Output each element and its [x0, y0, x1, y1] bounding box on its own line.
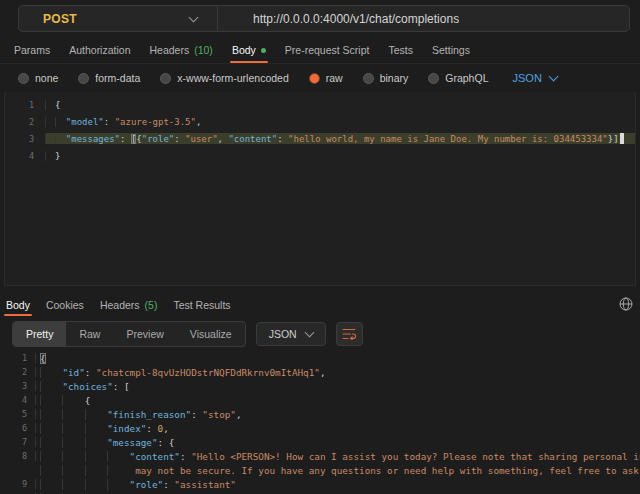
request-tab-body[interactable]: Body	[232, 37, 266, 63]
tab-label: Body	[6, 299, 30, 311]
view-raw[interactable]: Raw	[66, 322, 113, 346]
method-label: POST	[43, 12, 77, 26]
radio-label: x-www-form-urlencoded	[177, 72, 288, 84]
radio-label: GraphQL	[445, 72, 488, 84]
body-type-binary[interactable]: binary	[363, 72, 409, 84]
body-present-dot	[261, 48, 266, 53]
tab-label: Headers	[149, 44, 189, 56]
body-type-form-data[interactable]: form-data	[78, 72, 140, 84]
view-preview[interactable]: Preview	[113, 322, 176, 346]
code-text: "choices": [	[36, 381, 640, 392]
code-line[interactable]: 4 {	[0, 393, 640, 407]
code-text: "message": {	[36, 437, 640, 448]
code-line[interactable]: 9 "role": "assistant"	[0, 477, 640, 491]
radio-icon	[18, 73, 29, 84]
response-view-controls: PrettyRawPreviewVisualize JSON	[12, 321, 363, 347]
request-tab-settings[interactable]: Settings	[432, 37, 470, 63]
line-number: 6	[0, 423, 36, 433]
code-line[interactable]: may not be secure. If you have any quest…	[0, 463, 640, 477]
line-number: 1	[5, 100, 46, 110]
line-number: 2	[5, 117, 46, 127]
line-number: 1	[0, 353, 36, 363]
tab-label: Test Results	[173, 299, 230, 311]
radio-label: form-data	[95, 72, 140, 84]
wrap-text-icon	[342, 328, 356, 340]
line-number: 3	[0, 381, 36, 391]
response-tab-test-results[interactable]: Test Results	[173, 293, 230, 316]
method-selector[interactable]: POST	[19, 6, 217, 31]
body-type-graphql[interactable]: GraphQL	[428, 72, 488, 84]
body-type-raw[interactable]: raw	[309, 72, 343, 84]
code-text: }	[46, 151, 635, 161]
tab-label: Pre-request Script	[285, 44, 370, 56]
view-toggle-group: PrettyRawPreviewVisualize	[12, 321, 246, 347]
tab-label: Params	[14, 44, 50, 56]
code-text: "finish_reason": "stop",	[36, 409, 640, 420]
radio-label: binary	[380, 72, 409, 84]
tab-label: Cookies	[46, 299, 84, 311]
code-line[interactable]: 2 "id": "chatcmpl-8qvUzHODstrNQFDdRkrnv0…	[0, 365, 640, 379]
code-text: {	[46, 100, 635, 110]
response-tab-cookies[interactable]: Cookies	[46, 293, 84, 316]
request-tab-authorization[interactable]: Authorization	[69, 37, 130, 63]
request-tab-tests[interactable]: Tests	[388, 37, 413, 63]
radio-label: none	[35, 72, 58, 84]
radio-icon	[428, 73, 439, 84]
line-number: 4	[0, 395, 36, 405]
wrap-text-button[interactable]	[336, 322, 363, 346]
tab-label: Authorization	[69, 44, 130, 56]
line-number: 3	[5, 134, 46, 144]
line-number: 2	[0, 367, 36, 377]
radio-label: raw	[326, 72, 343, 84]
tab-label: Body	[232, 44, 256, 56]
code-line[interactable]: 8 "content": "Hello <PERSON>! How can I …	[0, 449, 640, 463]
view-visualize[interactable]: Visualize	[177, 322, 245, 346]
view-pretty[interactable]: Pretty	[13, 322, 66, 346]
response-body-editor[interactable]: 1{2 "id": "chatcmpl-8qvUzHODstrNQFDdRkrn…	[0, 349, 640, 494]
chevron-down-icon	[304, 328, 314, 338]
radio-icon	[309, 73, 320, 84]
request-tab-params[interactable]: Params	[14, 37, 50, 63]
body-type-x-www-form-urlencoded[interactable]: x-www-form-urlencoded	[160, 72, 288, 84]
request-tab-headers[interactable]: Headers(10)	[149, 37, 212, 63]
code-text: may not be secure. If you have any quest…	[36, 465, 640, 476]
code-line[interactable]: 6 "index": 0,	[0, 421, 640, 435]
line-number: 8	[0, 451, 36, 461]
response-format-select[interactable]: JSON	[256, 322, 326, 346]
response-tabs: BodyCookiesHeaders(5)Test Results	[0, 293, 610, 316]
code-text: "id": "chatcmpl-8qvUzHODstrNQFDdRkrnv0mI…	[36, 367, 640, 378]
chevron-down-icon	[548, 72, 558, 82]
request-url-bar: POST http://0.0.0.0:4000/v1/chat/complet…	[18, 5, 630, 32]
tab-label: Tests	[388, 44, 413, 56]
line-number: 9	[0, 479, 36, 489]
body-type-row: noneform-datax-www-form-urlencodedrawbin…	[18, 66, 640, 90]
request-body-editor[interactable]: 1{2 "model": "azure-gpt-3.5",3 "messages…	[4, 92, 636, 286]
radio-icon	[78, 73, 89, 84]
body-type-none[interactable]: none	[18, 72, 58, 84]
url-input[interactable]: http://0.0.0.0:4000/v1/chat/completions	[218, 12, 459, 26]
request-tab-pre-request-script[interactable]: Pre-request Script	[285, 37, 370, 63]
response-tab-body[interactable]: Body	[6, 293, 30, 316]
line-number: 5	[0, 409, 36, 419]
body-type-radios: noneform-datax-www-form-urlencodedrawbin…	[18, 72, 488, 84]
code-line[interactable]: 3 "choices": [	[0, 379, 640, 393]
code-line[interactable]: 2 "model": "azure-gpt-3.5",	[5, 113, 635, 130]
line-number: 7	[0, 437, 36, 447]
code-line[interactable]: 1{	[5, 96, 635, 113]
code-line[interactable]: 7 "message": {	[0, 435, 640, 449]
chevron-down-icon	[189, 12, 199, 22]
code-line[interactable]: 4}	[5, 147, 635, 164]
code-line[interactable]: 5 "finish_reason": "stop",	[0, 407, 640, 421]
code-text: "index": 0,	[36, 423, 640, 434]
code-line[interactable]: 3 "messages": [{"role": "user", "content…	[5, 130, 635, 147]
response-tab-headers[interactable]: Headers(5)	[100, 293, 158, 316]
line-number: 4	[5, 151, 46, 161]
globe-icon[interactable]	[619, 297, 633, 311]
request-tabs: ParamsAuthorizationHeaders(10)BodyPre-re…	[0, 37, 640, 64]
raw-format-select[interactable]: JSON	[512, 72, 556, 84]
code-text: "role": "assistant"	[36, 479, 640, 490]
raw-format-label: JSON	[512, 72, 541, 84]
code-text: "model": "azure-gpt-3.5",	[46, 117, 635, 127]
code-line[interactable]: 1{	[0, 351, 640, 365]
code-text: {	[36, 395, 640, 406]
